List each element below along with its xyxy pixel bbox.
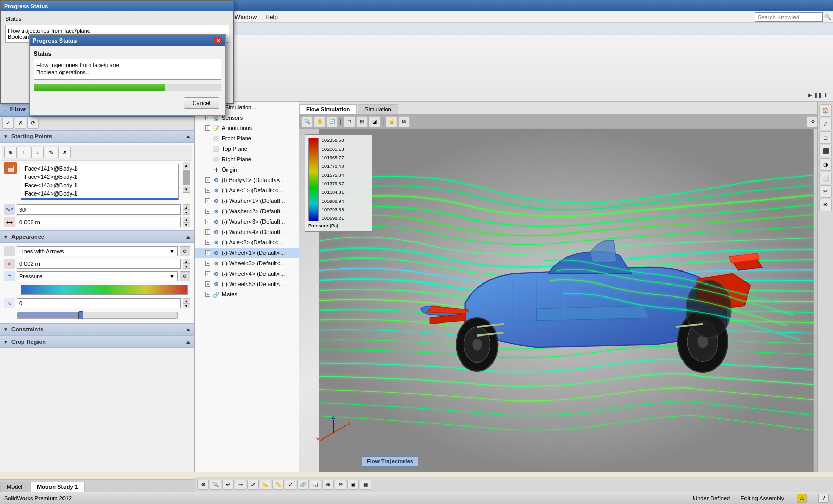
bt-btn-4[interactable]: ↪ — [235, 480, 246, 490]
vp-tab-simulation[interactable]: Simulation — [358, 104, 398, 114]
vp-tool-view2[interactable]: ⊞ — [356, 116, 368, 127]
constraints-section-header[interactable]: ▼ Constraints ▲ — [0, 323, 194, 335]
rs-btn-zoom-fit[interactable]: ⤢ — [819, 118, 832, 130]
count-up[interactable]: ▲ — [183, 204, 190, 210]
vp-tab-flow-sim[interactable]: Flow Simulation — [299, 104, 357, 114]
bt-btn-10[interactable]: 📊 — [310, 480, 321, 490]
distance-down[interactable]: ▼ — [183, 222, 190, 227]
bt-btn-1[interactable]: ⚙ — [197, 480, 209, 490]
distance-up[interactable]: ▲ — [183, 217, 190, 222]
tree-item-washer1[interactable]: + ⚙ (-) Washer<1> (Default... — [195, 196, 299, 206]
vp-tool-zoom[interactable]: 🔍 — [301, 116, 313, 127]
appearance-section-header[interactable]: ▼ Appearance ▲ — [0, 230, 194, 243]
rs-btn-section[interactable]: ✂ — [819, 185, 832, 198]
bt-btn-13[interactable]: ◉ — [347, 480, 359, 490]
tree-item-washer2[interactable]: + ⚙ (-) Washer<2> (Default... — [195, 206, 299, 216]
count-input[interactable] — [17, 204, 181, 215]
face-item-0[interactable]: Face<141>@Body-1 — [21, 164, 178, 173]
crop-region-section-header[interactable]: ▼ Crop Region ▲ — [0, 335, 194, 348]
bt-btn-14[interactable]: ▦ — [360, 480, 371, 490]
face-list[interactable]: Face<141>@Body-1 Face<142>@Body-1 Face<1… — [21, 164, 179, 200]
value-down[interactable]: ▼ — [183, 303, 190, 308]
bottom-tab-model[interactable]: Model — [0, 482, 29, 492]
sp-delete-btn[interactable]: ✗ — [58, 147, 71, 158]
rs-btn-home[interactable]: 🏠 — [819, 104, 832, 117]
tree-expand-washer4[interactable]: + — [205, 229, 210, 235]
tree-item-wheel1[interactable]: + ⚙ (-) Wheel<1> (Default<... — [195, 248, 299, 258]
starting-points-section-header[interactable]: ▼ Starting Points ▲ — [0, 130, 194, 143]
tree-item-wheel4[interactable]: + ⚙ (-) Wheel<4> (Default<... — [195, 268, 299, 279]
face-item-2[interactable]: Face<143>@Body-1 — [21, 181, 178, 189]
bt-btn-11[interactable]: ⊕ — [322, 480, 334, 490]
vp-tool-settings[interactable]: ⚙ — [807, 116, 818, 127]
vp-tool-rotate[interactable]: 🔄 — [326, 116, 338, 127]
width-down[interactable]: ▼ — [183, 264, 190, 269]
tree-expand-axle1[interactable]: + — [205, 188, 210, 193]
tree-expand-axle2[interactable]: + — [205, 240, 210, 245]
count-down[interactable]: ▼ — [183, 210, 190, 215]
width-spinner[interactable]: ▲ ▼ — [183, 259, 190, 269]
tree-item-top-plane[interactable]: ⬜ Top Plane — [195, 144, 299, 154]
tree-expand-annotations[interactable]: + — [205, 125, 210, 131]
tree-expand-wheel5[interactable]: + — [205, 281, 210, 287]
style-options-btn[interactable]: ⚙ — [180, 246, 190, 256]
tree-item-wheel5[interactable]: + ⚙ (-) Wheel<5> (Default<... — [195, 279, 299, 289]
tree-item-wheel3[interactable]: + ⚙ (-) Wheel<3> (Default<... — [195, 258, 299, 268]
tree-item-axle2[interactable]: + ⚙ (-) Axle<2> (Default<<... — [195, 237, 299, 248]
value-up[interactable]: ▲ — [183, 298, 190, 303]
tree-expand-mates[interactable]: + — [205, 292, 210, 297]
bt-btn-2[interactable]: 🔍 — [210, 480, 221, 490]
search-input[interactable] — [755, 12, 823, 22]
dialog-cancel-button[interactable]: Cancel — [184, 97, 219, 109]
sp-up-btn[interactable]: ↑ — [18, 147, 30, 158]
rs-btn-wire[interactable]: ⬜ — [819, 172, 832, 184]
bt-btn-5[interactable]: ⤢ — [247, 480, 259, 490]
width-up[interactable]: ▲ — [183, 259, 190, 264]
tree-expand-washer2[interactable]: + — [205, 209, 210, 214]
tree-item-annotations[interactable]: + 📝 Annotations — [195, 123, 299, 133]
rs-btn-display[interactable]: 👁 — [819, 199, 832, 211]
tree-expand-body1[interactable]: + — [205, 177, 210, 183]
tree-expand-washer1[interactable]: + — [205, 198, 210, 203]
tree-item-origin[interactable]: ✛ Origin — [195, 164, 299, 175]
vp-tool-display[interactable]: 🖥 — [398, 116, 410, 127]
slider-thumb[interactable] — [78, 311, 83, 319]
value-input[interactable] — [17, 298, 181, 308]
rs-btn-view2[interactable]: ⬛ — [819, 145, 832, 157]
tree-item-mates[interactable]: + 🔗 Mates — [195, 289, 299, 300]
bottom-tab-motion[interactable]: Motion Study 1 — [30, 482, 85, 492]
vp-tool-view3[interactable]: ◪ — [369, 116, 380, 127]
vp-tool-lights[interactable]: 💡 — [386, 116, 397, 127]
tree-item-body1[interactable]: + ⚙ (f) Body<1> (Default<<... — [195, 175, 299, 185]
face-item-1[interactable]: Face<142>@Body-1 — [21, 173, 178, 181]
width-input[interactable] — [17, 259, 181, 269]
menu-window[interactable]: Window — [230, 12, 261, 22]
bt-btn-12[interactable]: ⊖ — [335, 480, 346, 490]
bt-btn-8[interactable]: ✓ — [285, 480, 296, 490]
face-item-3[interactable]: Face<144>@Body-1 — [21, 189, 178, 198]
panel-cancel-btn[interactable]: ✗ — [15, 118, 26, 129]
bt-btn-3[interactable]: ↩ — [222, 480, 234, 490]
tree-expand-wheel3[interactable]: + — [205, 261, 210, 266]
property-options-btn[interactable]: ⚙ — [180, 271, 190, 281]
tree-expand-washer3[interactable]: + — [205, 219, 210, 224]
property-dropdown[interactable]: Pressure ▼ — [17, 271, 178, 281]
distance-input[interactable] — [17, 217, 181, 227]
count-spinner[interactable]: ▲ ▼ — [183, 204, 190, 215]
tree-item-right-plane[interactable]: ⬜ Right Plane — [195, 154, 299, 164]
rs-btn-view1[interactable]: ◻ — [819, 131, 832, 144]
tree-item-axle1[interactable]: + ⚙ (-) Axle<1> (Default<<... — [195, 185, 299, 196]
panel-confirm-btn[interactable]: ✓ — [2, 118, 14, 129]
sp-add-btn[interactable]: ⊕ — [4, 147, 17, 158]
help-icon[interactable]: ? — [818, 494, 829, 503]
vp-tool-pan[interactable]: ✋ — [314, 116, 325, 127]
menu-help[interactable]: Help — [261, 12, 282, 22]
bt-btn-7[interactable]: 📏 — [272, 480, 284, 490]
tree-expand-wheel1[interactable]: + — [205, 250, 210, 255]
warning-icon[interactable]: ⚠ — [797, 494, 807, 503]
tree-item-washer3[interactable]: + ⚙ (-) Washer<3> (Default... — [195, 216, 299, 227]
panel-refresh-btn[interactable]: ⟳ — [27, 118, 39, 129]
rs-btn-shade[interactable]: ◑ — [819, 158, 832, 171]
style-dropdown[interactable]: Lines with Arrows ▼ — [17, 246, 178, 256]
tree-item-front-plane[interactable]: ⬜ Front Plane — [195, 133, 299, 144]
